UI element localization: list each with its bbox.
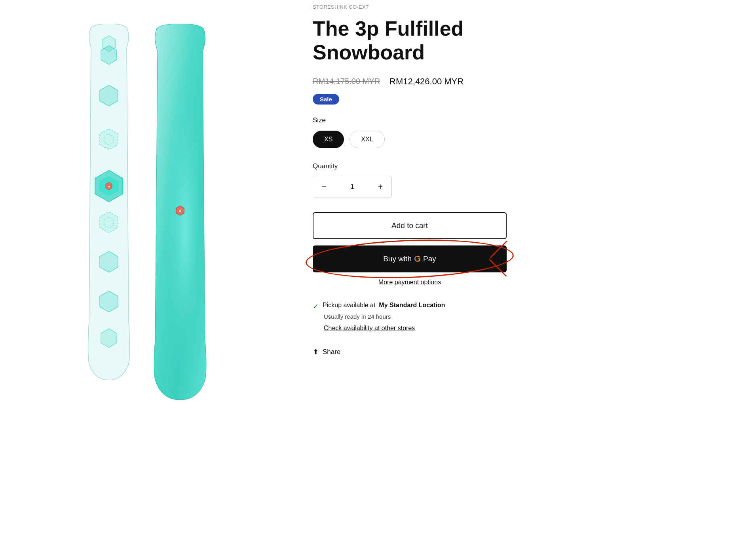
price-original: RM14,175.00 MYR — [313, 77, 380, 86]
snowboard-images: ★ — [83, 16, 214, 392]
pickup-location: My Standard Location — [379, 302, 445, 308]
buy-with-gpay-button[interactable]: Buy with G Pay — [313, 245, 507, 272]
check-availability-link[interactable]: Check availability at other stores — [324, 325, 724, 332]
add-to-cart-button[interactable]: Add to cart — [313, 212, 507, 239]
price-sale: RM12,426.00 MYR — [389, 76, 463, 87]
pickup-text: Pickup available at My Standard Location — [323, 302, 445, 309]
size-xs-button[interactable]: XS — [313, 131, 344, 148]
gpay-text-suffix: Pay — [423, 255, 436, 263]
quantity-control: − 1 + — [313, 176, 392, 198]
share-icon: ⬆ — [313, 348, 319, 356]
quantity-increase-button[interactable]: + — [369, 176, 391, 198]
gallery-section: ★ — [0, 0, 289, 544]
quantity-label: Quantity — [313, 162, 724, 170]
pickup-section: ✓ Pickup available at My Standard Locati… — [313, 302, 724, 332]
quantity-decrease-button[interactable]: − — [313, 176, 335, 198]
size-xxl-button[interactable]: XXL — [350, 131, 384, 148]
share-text: Share — [323, 348, 340, 356]
size-options[interactable]: XS XXL — [313, 131, 724, 148]
snowboard-right-image: ★ — [146, 24, 214, 400]
gpay-text-prefix: Buy with — [383, 255, 412, 263]
product-section: STORESHINK CO-EXT The 3p Fulfilled Snowb… — [289, 0, 756, 544]
more-payment-options-link[interactable]: More payment options — [313, 279, 507, 286]
svg-text:★: ★ — [108, 185, 110, 188]
pricing-row: RM14,175.00 MYR RM12,426.00 MYR — [313, 76, 724, 87]
share-row[interactable]: ⬆ Share — [313, 348, 724, 356]
svg-text:★: ★ — [179, 209, 182, 213]
pickup-ready-text: Usually ready in 24 hours — [324, 313, 724, 320]
checkmark-icon: ✓ — [313, 302, 319, 311]
pickup-row: ✓ Pickup available at My Standard Locati… — [313, 302, 724, 311]
gpay-wrapper: Buy with G Pay — [313, 245, 507, 272]
size-label: Size — [313, 116, 724, 124]
snowboard-left-image: ★ — [83, 24, 135, 380]
gpay-g-logo: G — [414, 255, 421, 263]
sale-badge: Sale — [313, 94, 339, 105]
product-title: The 3p Fulfilled Snowboard — [313, 17, 542, 65]
quantity-value: 1 — [335, 183, 369, 191]
breadcrumb: STORESHINK CO-EXT — [313, 4, 724, 10]
